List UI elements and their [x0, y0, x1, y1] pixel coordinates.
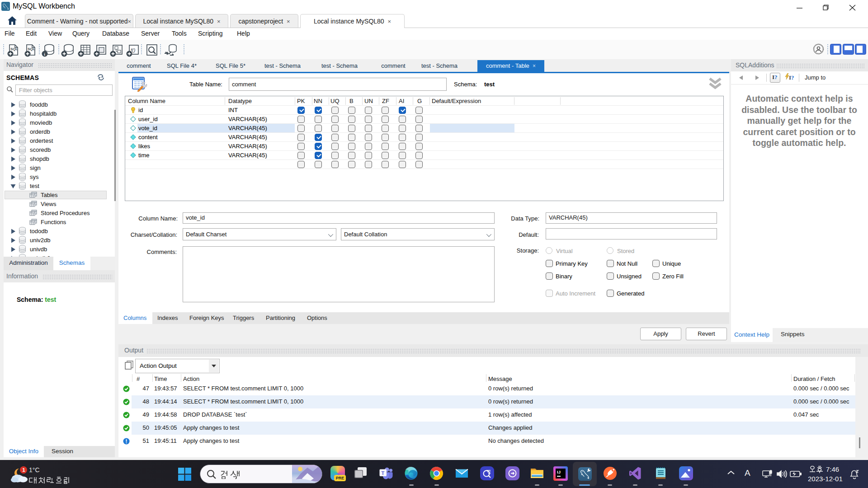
- svg-text:SQL: SQL: [28, 47, 35, 51]
- svg-text:SQL: SQL: [10, 47, 18, 51]
- svg-text:1: 1: [22, 467, 25, 473]
- svg-text:T: T: [382, 470, 385, 476]
- svg-text:IJ: IJ: [557, 469, 561, 474]
